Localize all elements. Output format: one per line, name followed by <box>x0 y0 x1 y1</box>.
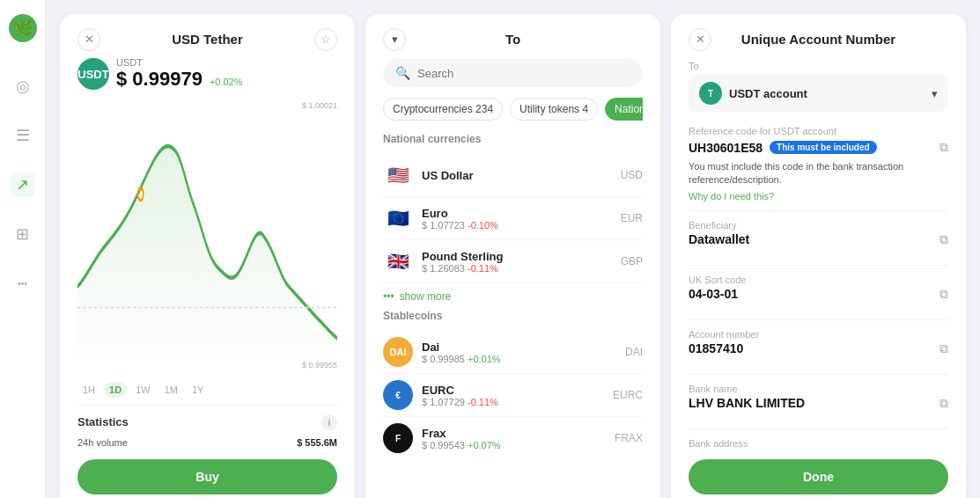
statistics-header: Statistics i <box>77 414 337 430</box>
currency-details-gbp: Pound Sterling $ 1.26083 -0.11% <box>422 250 612 274</box>
coin-symbol-label: USDT <box>116 57 243 68</box>
account-number-section: Account number 01857410 ⧉ <box>689 319 948 365</box>
ref-description: You must include this code in the bank t… <box>689 160 948 187</box>
show-more-label: show more <box>400 290 452 303</box>
currency-item-frax[interactable]: F Frax $ 0.99543 +0.07% FRAX <box>383 417 643 459</box>
bank-address-label: Bank address <box>689 438 948 449</box>
to-currency-card: ▾ To 🔍 Cryptocurrencies 234 Utility toke… <box>365 14 660 498</box>
star-button[interactable]: ☆ <box>314 28 337 51</box>
currency-item-dai[interactable]: DAI Dai $ 0.99985 +0.01% DAI <box>383 331 643 374</box>
statistics-title: Statistics <box>77 415 129 428</box>
copy-ref-button[interactable]: ⧉ <box>939 140 948 155</box>
national-currencies-title: National currencies <box>383 133 643 145</box>
currency-name-usd: US Dollar <box>422 169 612 182</box>
search-box: 🔍 <box>383 59 643 87</box>
close-button[interactable]: ✕ <box>77 28 100 51</box>
filter-tabs: Cryptocurrencies 234 Utility tokens 4 Na… <box>383 98 643 121</box>
copy-account-number-button[interactable]: ⧉ <box>939 341 948 356</box>
time-1m[interactable]: 1M <box>159 382 183 398</box>
coin-symbol: USDT <box>77 68 108 81</box>
analytics-icon[interactable]: ◎ <box>11 74 35 99</box>
info-icon[interactable]: i <box>321 414 337 430</box>
flag-gbp: 🇬🇧 <box>383 246 413 276</box>
done-button[interactable]: Done <box>689 459 948 494</box>
ref-code-row: UH30601E58 This must be included ⧉ <box>689 140 948 155</box>
bank-name-row: LHV BANK LIMITED ⧉ <box>689 396 948 411</box>
time-range-selector: 1H 1D 1W 1M 1Y <box>77 382 337 398</box>
time-1y[interactable]: 1Y <box>187 382 209 398</box>
time-1h[interactable]: 1H <box>77 382 100 398</box>
currency-price-dai: $ 0.99985 +0.01% <box>422 354 616 364</box>
search-input[interactable] <box>417 67 630 80</box>
dropdown-button[interactable]: ▾ <box>383 28 406 51</box>
account-label: USDT account <box>729 87 925 100</box>
close-button-card3[interactable]: ✕ <box>689 28 711 51</box>
coin-price: $ 0.99979 <box>116 68 203 91</box>
sort-code-value: 04-03-01 <box>689 287 738 301</box>
currency-item-gbp[interactable]: 🇬🇧 Pound Sterling $ 1.26083 -0.11% GBP <box>383 240 643 283</box>
stats-volume-value: $ 555.6M <box>297 437 337 448</box>
currency-item-usd[interactable]: 🇺🇸 US Dollar USD <box>383 154 643 197</box>
coin-info: USDT USDT $ 0.99979 +0.02% <box>77 57 337 91</box>
sort-code-label: UK Sort code <box>689 275 948 285</box>
time-1d[interactable]: 1D <box>104 382 127 398</box>
currency-details-eur: Euro $ 1.07723 -0.10% <box>422 207 612 231</box>
filter-cryptocurrencies[interactable]: Cryptocurrencies 234 <box>383 98 503 121</box>
beneficiary-label: Beneficiary <box>689 220 948 231</box>
copy-sort-code-button[interactable]: ⧉ <box>939 287 948 302</box>
currency-price-frax: $ 0.99543 +0.07% <box>422 440 606 450</box>
chart-svg <box>77 101 337 370</box>
coin-logo-eurc: € <box>383 380 413 410</box>
card3-header: ✕ Unique Account Number <box>689 32 948 47</box>
flag-eur: 🇪🇺 <box>383 203 413 233</box>
to-label: To <box>689 61 948 71</box>
apps-icon[interactable]: ⊞ <box>11 222 35 246</box>
why-link[interactable]: Why do I need this? <box>689 191 948 201</box>
card3-title: Unique Account Number <box>741 32 895 47</box>
currency-code-usd: USD <box>621 169 643 181</box>
chevron-down-icon: ▾ <box>932 87 938 100</box>
beneficiary-row: Datawallet ⧉ <box>689 232 948 247</box>
dots-icon: ••• <box>383 290 394 303</box>
currency-item-eurc[interactable]: € EURC $ 1.07729 -0.11% EURC <box>383 374 643 417</box>
statistics-section: Statistics i 24h volume $ 555.6M <box>77 405 337 450</box>
more-icon[interactable]: ••• <box>11 271 35 296</box>
currency-price-eur: $ 1.07723 -0.10% <box>422 220 612 231</box>
card2-title: To <box>505 32 520 47</box>
coin-price-row: $ 0.99979 +0.02% <box>116 68 243 91</box>
buy-button[interactable]: Buy <box>77 459 337 494</box>
price-chart: $ 1.00021 $ 0.99955 <box>77 101 337 370</box>
currency-name-dai: Dai <box>422 341 616 354</box>
account-number-label: Account number <box>689 329 948 340</box>
currency-item-eur[interactable]: 🇪🇺 Euro $ 1.07723 -0.10% EUR <box>383 197 643 240</box>
account-selector[interactable]: T USDT account ▾ <box>689 75 948 112</box>
stats-volume-row: 24h volume $ 555.6M <box>77 437 337 448</box>
currency-code-gbp: GBP <box>621 255 643 267</box>
filter-national-currencies[interactable]: National cur <box>605 98 643 121</box>
usdt-logo: T <box>699 82 722 105</box>
currency-price-eurc: $ 1.07729 -0.11% <box>422 397 604 407</box>
filter-utility-tokens[interactable]: Utility tokens 4 <box>510 98 598 121</box>
currency-code-frax: FRAX <box>615 432 643 444</box>
currency-code-eur: EUR <box>621 212 643 224</box>
chart-icon[interactable]: ↗ <box>11 172 35 197</box>
account-number-row: 01857410 ⧉ <box>689 341 948 356</box>
currency-name-eur: Euro <box>422 207 612 220</box>
coin-logo-frax: F <box>383 423 413 453</box>
currency-code-eurc: EURC <box>613 389 643 401</box>
sidebar-logo: 🌿 <box>9 14 37 42</box>
currency-name-gbp: Pound Sterling <box>422 250 612 263</box>
currency-details-usd: US Dollar <box>422 169 612 182</box>
card2-header: ▾ To <box>383 32 643 47</box>
show-more-button[interactable]: ••• show more <box>383 283 643 310</box>
flag-usd: 🇺🇸 <box>383 160 413 190</box>
bank-name-label: Bank name <box>689 384 948 394</box>
list-icon[interactable]: ☰ <box>11 123 35 148</box>
copy-bank-name-button[interactable]: ⧉ <box>939 396 948 411</box>
sort-code-row: 04-03-01 ⧉ <box>689 287 948 302</box>
currency-name-frax: Frax <box>422 427 606 440</box>
time-1w[interactable]: 1W <box>130 382 156 398</box>
currency-code-dai: DAI <box>625 346 643 358</box>
card1-header: ✕ USD Tether ☆ <box>77 32 337 47</box>
copy-beneficiary-button[interactable]: ⧉ <box>939 232 948 247</box>
